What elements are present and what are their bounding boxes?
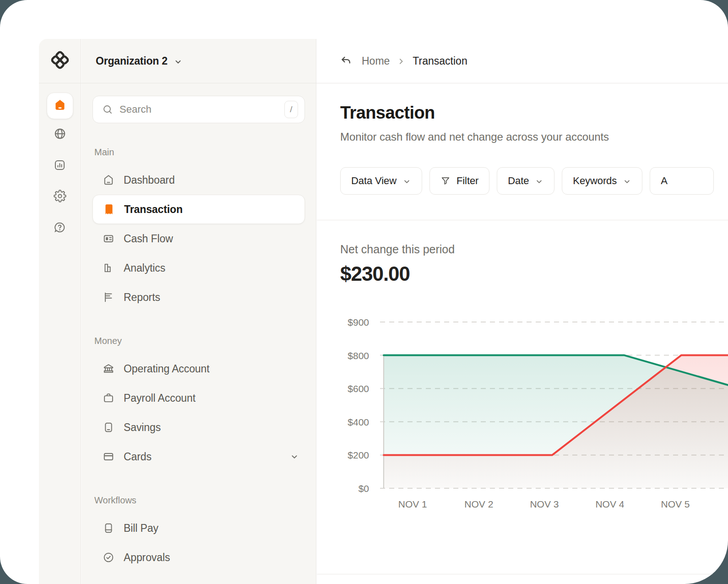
icon-rail <box>39 39 81 584</box>
cash-flow-icon <box>103 233 114 245</box>
search-input[interactable]: Search / <box>92 96 305 123</box>
section-label-money: Money <box>94 336 303 347</box>
help-bubble-icon <box>54 221 66 235</box>
sidebar-item-label: Analytics <box>124 262 165 274</box>
logo-icon <box>50 50 70 71</box>
report-flag-icon <box>103 291 114 303</box>
home-icon <box>103 174 114 186</box>
rail-help-button[interactable] <box>47 213 73 244</box>
section-label-workflows: Workflows <box>94 495 303 506</box>
sidebar-item-dashboard[interactable]: Dashboard <box>92 165 305 195</box>
gear-icon <box>54 190 66 204</box>
globe-icon <box>54 127 66 142</box>
app-window: Organization 2 Search / Main <box>39 39 728 584</box>
sidebar-item-label: Approvals <box>124 551 170 564</box>
rail-settings-button[interactable] <box>47 181 73 213</box>
data-view-label: Data View <box>351 175 397 187</box>
app-logo[interactable] <box>39 39 81 83</box>
sidebar-item-label: Cards <box>124 451 152 463</box>
credit-card-icon <box>103 451 114 463</box>
bar-chart-icon <box>103 262 114 274</box>
section-label-main: Main <box>94 147 303 158</box>
chevron-down-icon[interactable] <box>289 452 299 462</box>
svg-text:$900: $900 <box>348 317 369 327</box>
sidebar-item-label: Bill Pay <box>124 522 158 535</box>
sidebar-item-bill-pay[interactable]: Bill Pay <box>92 513 305 543</box>
keywords-button[interactable]: Keywords <box>562 167 642 195</box>
check-circle-icon <box>103 551 114 563</box>
toolbar-divider <box>317 220 728 220</box>
bank-icon <box>103 363 114 375</box>
search-shortcut-key: / <box>284 101 298 118</box>
date-label: Date <box>508 175 529 187</box>
svg-text:NOV 5: NOV 5 <box>661 499 690 509</box>
sidebar-item-label: Reports <box>124 291 160 304</box>
clipped-filter-button[interactable]: A <box>650 167 714 195</box>
sidebar-item-label: Transaction <box>124 203 183 216</box>
rail-home-button[interactable] <box>47 93 73 119</box>
search-placeholder: Search <box>120 104 278 115</box>
sidebar-item-cash-flow[interactable]: Cash Flow <box>92 224 305 253</box>
rail-analytics-button[interactable] <box>47 150 73 181</box>
net-change-chart: $900$800$600$400$200$0NOV 1NOV 2NOV 3NOV… <box>317 302 728 518</box>
sidebar-item-transaction[interactable]: Transaction <box>92 195 305 224</box>
breadcrumb: Home Transaction <box>317 39 728 83</box>
sidebar-item-cards[interactable]: Cards <box>92 442 305 471</box>
keywords-label: Keywords <box>573 175 617 187</box>
breadcrumb-home-link[interactable]: Home <box>362 55 390 67</box>
svg-text:NOV 1: NOV 1 <box>398 499 427 509</box>
svg-text:NOV 3: NOV 3 <box>530 499 559 509</box>
main-content: Home Transaction Transaction Monitor cas… <box>317 39 728 584</box>
sidebar: Organization 2 Search / Main <box>81 39 316 584</box>
breadcrumb-current: Transaction <box>413 55 467 67</box>
chevron-down-icon <box>402 177 411 186</box>
chevron-down-icon <box>174 57 183 66</box>
svg-text:$0: $0 <box>359 483 369 494</box>
clipped-filter-label: A <box>661 175 668 187</box>
briefcase-icon <box>103 392 114 404</box>
search-icon <box>102 104 113 115</box>
filter-button[interactable]: Filter <box>429 167 489 195</box>
svg-text:NOV 2: NOV 2 <box>464 499 493 509</box>
header-divider <box>39 83 728 83</box>
net-change-value: $230.00 <box>340 262 410 285</box>
section-divider <box>317 574 728 574</box>
org-name: Organization 2 <box>96 55 168 67</box>
sidebar-item-label: Savings <box>124 421 161 434</box>
file-icon <box>103 421 114 433</box>
svg-text:$200: $200 <box>348 450 369 460</box>
sidebar-item-payroll-account[interactable]: Payroll Account <box>92 383 305 413</box>
sidebar-item-operating-account[interactable]: Operating Account <box>92 354 305 383</box>
svg-text:$400: $400 <box>348 417 369 427</box>
page-title: Transaction <box>340 103 728 123</box>
chevron-down-icon <box>535 177 543 186</box>
data-view-button[interactable]: Data View <box>340 167 422 195</box>
sidebar-item-analytics[interactable]: Analytics <box>92 253 305 283</box>
svg-text:NOV 4: NOV 4 <box>595 499 624 509</box>
analytics-square-icon <box>54 159 66 173</box>
sidebar-item-reports[interactable]: Reports <box>92 283 305 312</box>
svg-text:$800: $800 <box>348 350 369 361</box>
filter-label: Filter <box>456 175 478 187</box>
receipt-icon <box>103 203 115 215</box>
book-icon <box>103 522 114 534</box>
sidebar-item-label: Payroll Account <box>124 392 196 404</box>
date-button[interactable]: Date <box>497 167 554 195</box>
org-switcher[interactable]: Organization 2 <box>81 39 316 83</box>
sidebar-item-savings[interactable]: Savings <box>92 413 305 442</box>
chevron-right-icon <box>397 57 405 65</box>
app-canvas: Organization 2 Search / Main <box>0 0 728 584</box>
net-change-label: Net change this period <box>340 243 455 256</box>
sidebar-item-label: Cash Flow <box>124 233 173 245</box>
sidebar-item-approvals[interactable]: Approvals <box>92 543 305 572</box>
funnel-icon <box>440 176 451 186</box>
sidebar-item-label: Dashboard <box>124 174 175 186</box>
rail-globe-button[interactable] <box>47 119 73 150</box>
home-icon <box>54 98 66 113</box>
sidebar-item-label: Operating Account <box>124 363 210 375</box>
svg-text:$600: $600 <box>348 383 369 394</box>
chevron-down-icon <box>623 177 631 186</box>
back-button[interactable] <box>340 55 353 67</box>
page-subtitle: Monitor cash flow and net change across … <box>340 131 728 143</box>
filter-toolbar: Data View Filter Date <box>340 167 714 195</box>
